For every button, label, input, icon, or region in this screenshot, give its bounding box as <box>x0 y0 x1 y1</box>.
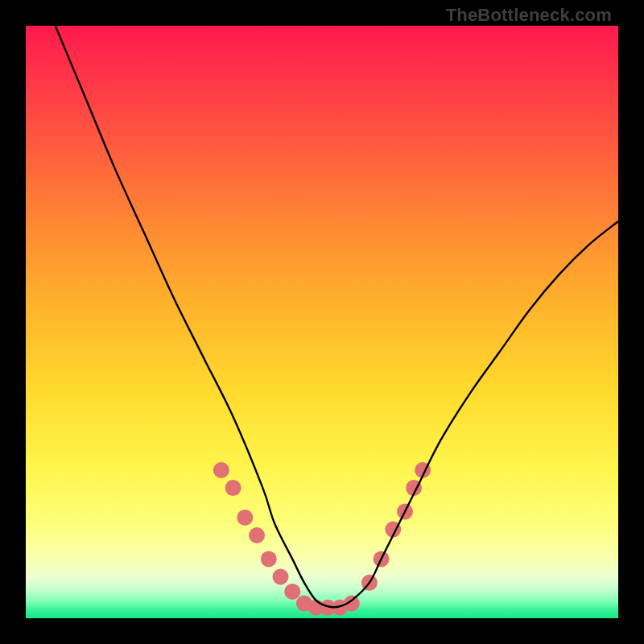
plot-area <box>26 26 618 618</box>
data-marker <box>225 480 242 496</box>
data-marker <box>237 510 253 526</box>
chart-frame <box>26 26 618 618</box>
data-marker <box>272 568 288 584</box>
chart-svg <box>26 26 618 618</box>
data-marker <box>261 551 277 567</box>
watermark-text: TheBottleneck.com <box>446 5 612 26</box>
marker-group <box>213 462 431 616</box>
bottleneck-curve <box>56 26 618 607</box>
data-marker <box>249 527 265 543</box>
data-marker <box>213 462 229 478</box>
data-marker <box>284 584 300 600</box>
